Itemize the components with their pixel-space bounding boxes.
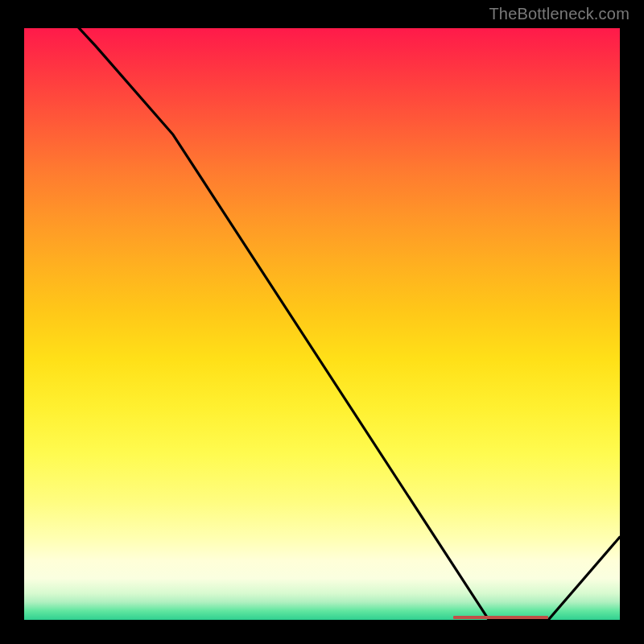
optimal-range-marker (453, 616, 548, 619)
bottleneck-curve-line (24, 28, 620, 620)
source-attribution: TheBottleneck.com (489, 5, 630, 23)
chart-plot-area (24, 28, 620, 620)
bottleneck-chart (24, 28, 620, 620)
